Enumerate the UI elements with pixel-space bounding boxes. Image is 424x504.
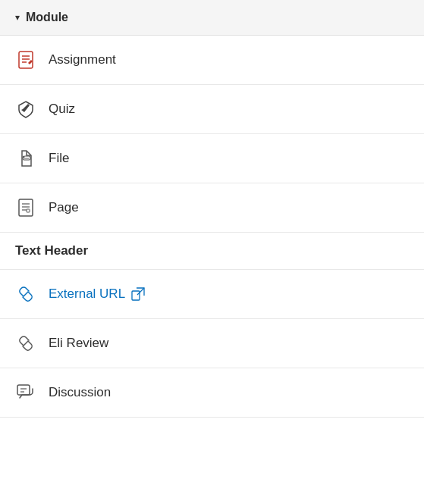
quiz-icon — [15, 99, 36, 120]
menu-item-eli-review[interactable]: Eli Review — [0, 319, 424, 368]
svg-line-9 — [24, 292, 28, 296]
module-title: Module — [26, 11, 68, 24]
external-link-out-icon — [131, 287, 145, 301]
discussion-icon — [15, 382, 36, 403]
quiz-label: Quiz — [49, 102, 75, 117]
menu-item-file[interactable]: File — [0, 134, 424, 183]
assignment-label: Assignment — [49, 52, 116, 67]
eli-review-label: Eli Review — [49, 336, 108, 351]
external-url-row: External URL — [49, 286, 145, 302]
menu-item-assignment[interactable]: Assignment — [0, 36, 424, 85]
svg-rect-13 — [17, 385, 30, 395]
text-header-item[interactable]: Text Header — [0, 233, 424, 270]
menu-item-page[interactable]: Page — [0, 183, 424, 233]
file-icon — [15, 148, 36, 169]
page-label: Page — [49, 200, 79, 215]
page-icon — [15, 197, 36, 218]
svg-rect-4 — [19, 199, 33, 216]
discussion-label: Discussion — [49, 385, 111, 400]
bottom-menu-list: External URL Eli Review — [0, 270, 424, 418]
external-url-label: External URL — [49, 286, 125, 302]
svg-line-12 — [24, 341, 28, 346]
menu-item-quiz[interactable]: Quiz — [0, 85, 424, 134]
svg-rect-10 — [132, 291, 140, 300]
menu-item-external-url[interactable]: External URL — [0, 270, 424, 319]
text-header-label: Text Header — [15, 243, 88, 258]
chevron-icon: ▾ — [15, 12, 20, 23]
module-header[interactable]: ▾ Module — [0, 0, 424, 36]
svg-rect-0 — [19, 52, 33, 68]
menu-list: Assignment Quiz File — [0, 36, 424, 233]
menu-item-discussion[interactable]: Discussion — [0, 368, 424, 418]
external-url-link-icon — [15, 283, 36, 305]
assignment-icon — [15, 49, 36, 70]
svg-rect-8 — [27, 209, 30, 212]
eli-review-icon — [15, 333, 36, 354]
file-label: File — [49, 151, 69, 166]
